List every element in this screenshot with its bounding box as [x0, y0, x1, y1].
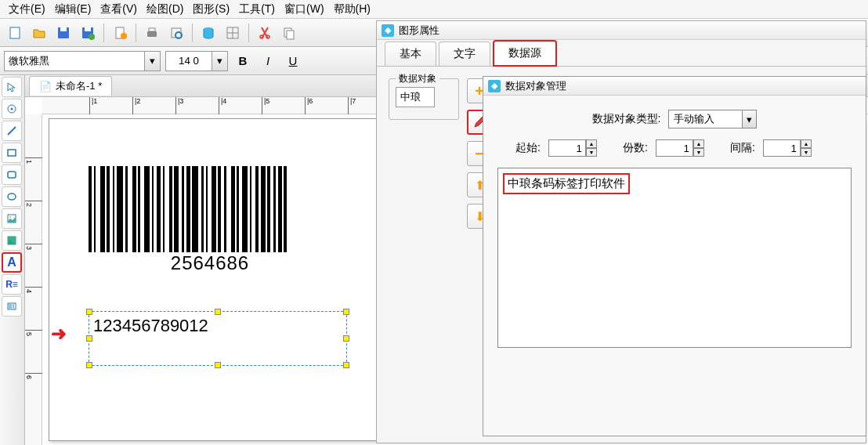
data-manager-icon: ◆ — [488, 80, 501, 92]
resize-handle-bl[interactable] — [86, 362, 92, 368]
resize-handle-tl[interactable] — [86, 309, 92, 315]
ellipse-tool[interactable] — [2, 186, 22, 207]
start-input[interactable] — [548, 139, 586, 157]
menubar: 文件(E) 编辑(E) 查看(V) 绘图(D) 图形(S) 工具(T) 窗口(W… — [0, 0, 868, 19]
svg-rect-0 — [10, 27, 20, 38]
font-name-dropdown[interactable]: ▾ — [145, 51, 161, 71]
svg-rect-24 — [8, 172, 16, 178]
print-button[interactable] — [141, 22, 163, 44]
properties-panel: ◆ 图形属性 基本 文字 数据源 数据对象 中琅 + − ⬆ ⬇ ◆ 数据对象管… — [376, 20, 866, 443]
copies-spin-down[interactable]: ▼ — [693, 148, 704, 157]
bold-button[interactable]: B — [233, 51, 253, 71]
print-preview-button[interactable] — [165, 22, 187, 44]
content-textarea[interactable]: 中琅条码标签打印软件 — [497, 168, 852, 348]
type-label: 数据对象类型: — [592, 112, 661, 126]
type-select[interactable]: 手动输入 — [668, 110, 743, 128]
resize-handle-ml[interactable] — [86, 335, 92, 342]
copy-button[interactable] — [278, 22, 300, 44]
tab-basic[interactable]: 基本 — [385, 42, 436, 66]
properties-titlebar[interactable]: ◆ 图形属性 — [377, 21, 866, 40]
italic-button[interactable]: I — [258, 51, 278, 71]
svg-point-27 — [9, 216, 11, 218]
page-setup-button[interactable] — [109, 22, 131, 44]
data-object-label: 数据对象 — [396, 72, 439, 85]
data-object-item[interactable]: 中琅 — [396, 87, 435, 107]
doc-icon: 📄 — [39, 81, 52, 92]
font-size-dropdown[interactable]: ▾ — [212, 51, 228, 71]
content-text: 中琅条码标签打印软件 — [503, 173, 630, 194]
menu-file[interactable]: 文件(E) — [4, 1, 50, 18]
type-dropdown[interactable]: ▾ — [743, 110, 757, 128]
annotation-arrow: ➜ — [51, 323, 67, 345]
picture-tool[interactable] — [2, 230, 22, 251]
svg-rect-9 — [149, 28, 155, 31]
svg-point-7 — [121, 33, 127, 39]
start-spin-down[interactable]: ▼ — [586, 148, 597, 157]
svg-rect-19 — [287, 31, 294, 39]
target-tool[interactable] — [2, 99, 22, 119]
barcode-tool[interactable] — [2, 296, 22, 317]
start-spin-up[interactable]: ▲ — [586, 139, 597, 148]
barcode-text: 2564686 — [89, 252, 331, 274]
svg-point-25 — [8, 194, 16, 200]
svg-point-5 — [89, 34, 95, 40]
resize-handle-br[interactable] — [343, 362, 349, 368]
svg-rect-23 — [8, 150, 16, 156]
tab-datasource[interactable]: 数据源 — [493, 40, 557, 67]
menu-edit[interactable]: 编辑(E) — [50, 1, 96, 18]
rect-tool[interactable] — [2, 143, 22, 163]
properties-tabs: 基本 文字 数据源 — [377, 40, 866, 67]
line-tool[interactable] — [2, 121, 22, 141]
tab-text[interactable]: 文字 — [439, 42, 490, 66]
data-object-group: 数据对象 中琅 — [389, 78, 459, 120]
text-object[interactable]: 123456789012 — [89, 311, 347, 366]
resize-handle-tm[interactable] — [215, 309, 221, 315]
select-tool[interactable] — [2, 77, 22, 97]
document-tab[interactable]: 📄 未命名-1 * — [29, 76, 112, 96]
data-manager-dialog: ◆ 数据对象管理 数据对象类型: 手动输入 ▾ 起始: ▲▼ 份数: — [483, 76, 866, 436]
menu-tool[interactable]: 工具(T) — [234, 1, 280, 18]
menu-window[interactable]: 窗口(W) — [280, 1, 329, 18]
interval-input[interactable] — [763, 139, 801, 157]
save-as-button[interactable] — [77, 22, 99, 44]
svg-rect-4 — [85, 27, 91, 31]
copies-input[interactable] — [656, 139, 693, 157]
text-content: 123456789012 — [93, 316, 342, 336]
copies-spin-up[interactable]: ▲ — [693, 139, 704, 148]
open-button[interactable] — [28, 22, 50, 44]
svg-line-22 — [8, 127, 16, 135]
save-button[interactable] — [52, 22, 74, 44]
resize-handle-bm[interactable] — [215, 362, 221, 368]
menu-draw[interactable]: 绘图(D) — [142, 1, 188, 18]
svg-rect-2 — [60, 27, 67, 31]
richtext-tool[interactable]: R≡ — [2, 274, 22, 295]
resize-handle-tr[interactable] — [343, 309, 349, 315]
image-tool[interactable] — [2, 208, 22, 229]
interval-label: 间隔: — [712, 141, 755, 155]
start-label: 起始: — [497, 141, 541, 155]
text-tool[interactable]: A — [2, 252, 22, 273]
interval-spin-up[interactable]: ▲ — [801, 139, 812, 148]
menu-help[interactable]: 帮助(H) — [329, 1, 375, 18]
underline-button[interactable]: U — [283, 51, 303, 71]
cut-button[interactable] — [254, 22, 276, 44]
svg-rect-8 — [147, 31, 157, 37]
svg-point-21 — [11, 108, 13, 110]
properties-icon: ◆ — [382, 24, 394, 37]
tool-palette: A R≡ — [0, 75, 25, 445]
data-manager-titlebar[interactable]: ◆ 数据对象管理 — [483, 77, 866, 96]
interval-spin-down[interactable]: ▼ — [801, 148, 812, 157]
menu-shape[interactable]: 图形(S) — [188, 1, 234, 18]
database-button[interactable] — [197, 22, 219, 44]
font-size-input[interactable] — [165, 51, 212, 71]
new-doc-button[interactable] — [4, 22, 26, 44]
menu-view[interactable]: 查看(V) — [96, 1, 142, 18]
barcode-bars — [89, 166, 331, 252]
grid-button[interactable] — [222, 22, 244, 44]
resize-handle-mr[interactable] — [343, 335, 349, 342]
roundrect-tool[interactable] — [2, 165, 22, 185]
barcode-object[interactable]: 2564686 — [89, 166, 331, 274]
vertical-ruler: 1 2 3 4 5 6 — [25, 114, 42, 445]
font-name-select[interactable]: 微软雅黑 — [4, 51, 145, 71]
copies-label: 份数: — [605, 141, 648, 155]
